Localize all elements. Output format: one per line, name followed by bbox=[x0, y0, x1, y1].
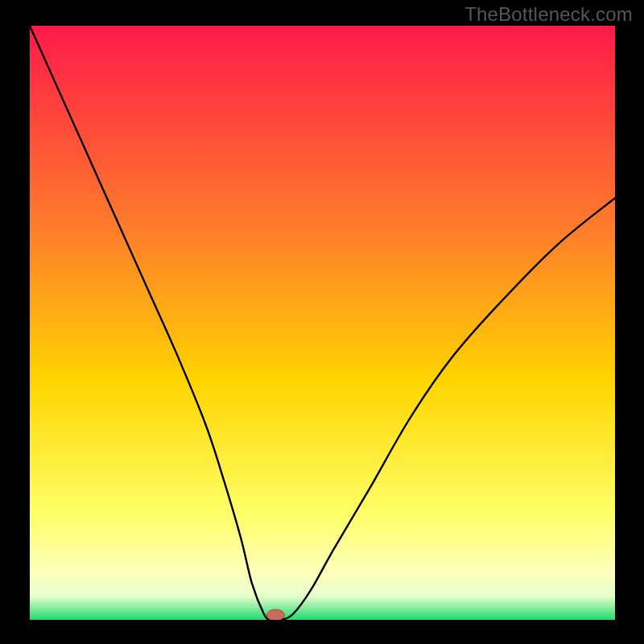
chart-frame: TheBottleneck.com bbox=[0, 0, 644, 644]
gradient-background bbox=[30, 26, 615, 620]
bottleneck-chart bbox=[30, 26, 615, 620]
optimal-point-marker bbox=[266, 609, 284, 620]
watermark-text: TheBottleneck.com bbox=[464, 3, 633, 26]
plot-area bbox=[30, 26, 615, 620]
